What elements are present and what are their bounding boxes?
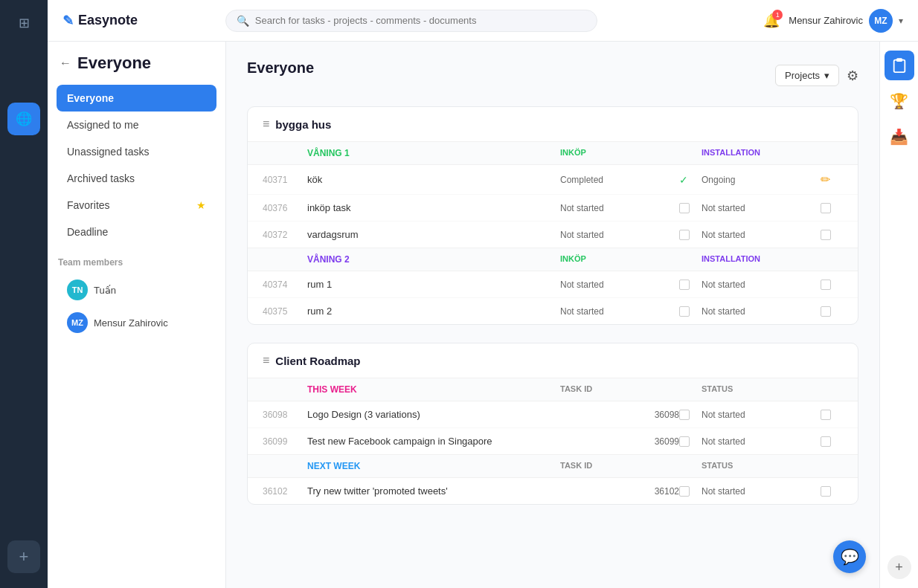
status-checkbox [679, 436, 690, 447]
globe-nav-item[interactable]: 🌐 [7, 103, 40, 135]
vaning2-header: VÅNING 2 Inköp Installation [248, 248, 858, 271]
section-title-row-client-roadmap: ≡ Client Roadmap [248, 343, 858, 378]
search-icon: 🔍 [237, 15, 249, 27]
search-bar[interactable]: 🔍 [225, 10, 597, 32]
vaning1-header: VÅNING 1 Inköp Installation [248, 142, 858, 165]
nav-section: Everyone Assigned to me Unassigned tasks… [48, 82, 225, 248]
task-col1-status: Not started [560, 203, 679, 213]
projects-button[interactable]: Projects ▾ [775, 65, 839, 86]
content-title: Everyone [247, 59, 314, 77]
vaning2-label: VÅNING 2 [307, 254, 560, 265]
task-col2-status: Not started [702, 280, 821, 290]
section-client-roadmap: ≡ Client Roadmap THIS WEEK Task Id Statu… [247, 343, 858, 505]
group-next-week: NEXT WEEK Task Id Status 36102 Try new t… [248, 455, 858, 504]
vaning1-col1-header: Inköp [560, 148, 679, 158]
user-name: Mensur Zahirovic [789, 15, 863, 26]
task-id: 36099 [263, 436, 307, 447]
task-name[interactable]: inköp task [307, 202, 560, 213]
table-row: 40372 vardagsrum Not started Not started [248, 222, 858, 248]
status-checkbox [821, 410, 831, 420]
task-col1-status: Completed [560, 175, 679, 185]
task-col1-status: Not started [560, 230, 679, 240]
topbar: ✎ Easynote 🔍 🔔 1 Mensur Zahirovic MZ ▾ [48, 0, 918, 42]
task-name[interactable]: vardagsrum [307, 229, 560, 240]
avatar: MZ [869, 9, 893, 33]
tasks-header: Everyone [247, 59, 314, 91]
logo: ✎ Easynote [62, 13, 138, 29]
content-header: Everyone Projects ▾ ⚙ [247, 59, 858, 91]
status-checkbox [679, 230, 690, 240]
table-row: 40374 rum 1 Not started Not started [248, 271, 858, 298]
nav-item-favorites[interactable]: Favorites ★ [57, 192, 216, 219]
task-name[interactable]: kök [307, 174, 560, 185]
task-col2-status: Not started [702, 436, 821, 447]
notification-bell[interactable]: 🔔 1 [763, 13, 780, 29]
section-name-client-roadmap: Client Roadmap [275, 355, 360, 367]
table-row: 40376 inköp task Not started Not started [248, 195, 858, 222]
status-checkbox [821, 203, 831, 213]
team-member-mensur[interactable]: MZ Mensur Zahirovic [57, 306, 216, 339]
group-this-week: THIS WEEK Task Id Status 36098 Logo Desi… [248, 378, 858, 454]
right-sidebar-inbox[interactable]: 📥 [885, 122, 914, 152]
main-wrap: ← Everyone Everyone Assigned to me Unass… [48, 42, 879, 588]
clipboard-icon [891, 57, 908, 74]
nav-label-deadline: Deadline [67, 226, 108, 238]
task-id: 36102 [263, 486, 307, 497]
nav-item-unassigned[interactable]: Unassigned tasks [57, 138, 216, 165]
task-col1-status: Not started [560, 280, 679, 290]
avatar-tuan: TN [67, 280, 88, 300]
avatar-mensur: MZ [67, 312, 88, 333]
member-name-mensur: Mensur Zahirovic [94, 317, 168, 329]
content-area: Everyone Projects ▾ ⚙ ≡ bygga hus VÅNING… [226, 42, 879, 588]
nav-item-archived[interactable]: Archived tasks [57, 165, 216, 192]
user-info[interactable]: Mensur Zahirovic MZ ▾ [789, 9, 903, 33]
nav-item-assigned[interactable]: Assigned to me [57, 112, 216, 138]
chat-bubble-button[interactable]: 💬 [833, 540, 866, 573]
task-col1-status: 36102 [560, 486, 679, 497]
vaning2-col2-header: Installation [702, 254, 821, 265]
task-id: 36098 [263, 410, 307, 420]
team-member-tuan[interactable]: TN Tuấn [57, 274, 216, 306]
pencil-icon: ✏ [821, 172, 843, 187]
team-members-section: TN Tuấn MZ Mensur Zahirovic [48, 271, 225, 342]
task-col2-status: Not started [702, 486, 821, 497]
task-name[interactable]: rum 2 [307, 306, 560, 317]
table-row: 40371 kök Completed ✓ Ongoing ✏ [248, 165, 858, 195]
nav-item-everyone[interactable]: Everyone [57, 85, 216, 112]
section-list-icon: ≡ [263, 117, 269, 131]
sidebar-add-button[interactable]: + [7, 540, 40, 573]
table-row: 40375 rum 2 Not started Not started [248, 298, 858, 324]
star-icon: ★ [196, 199, 206, 211]
check-icon: ✓ [679, 174, 702, 186]
page-header: ← Everyone [48, 54, 225, 82]
sidebar-dark: ⊞ 🌐 + [0, 0, 48, 588]
search-input[interactable] [255, 15, 586, 26]
svg-rect-1 [893, 60, 905, 73]
topbar-right: 🔔 1 Mensur Zahirovic MZ ▾ [763, 9, 903, 33]
status-checkbox [821, 280, 831, 290]
right-sidebar-award[interactable]: 🏆 [885, 86, 914, 116]
vaning1-label: VÅNING 1 [307, 148, 560, 158]
task-col2-status: Not started [702, 203, 821, 213]
member-name-tuan: Tuấn [94, 285, 116, 296]
back-button[interactable]: ← [60, 56, 71, 70]
this-week-col1-header: Task Id [560, 384, 679, 395]
nav-item-deadline[interactable]: Deadline [57, 219, 216, 245]
apps-grid-icon[interactable]: ⊞ [13, 9, 36, 37]
table-row: 36098 Logo Design (3 variations) 36098 N… [248, 401, 858, 428]
next-week-col2-header: Status [702, 461, 821, 471]
nav-label-unassigned: Unassigned tasks [67, 146, 150, 158]
task-name[interactable]: Try new twitter 'promoted tweets' [307, 485, 560, 497]
section-title-row-bygga-hus: ≡ bygga hus [248, 107, 858, 142]
settings-gear-icon[interactable]: ⚙ [847, 68, 858, 84]
task-name[interactable]: rum 1 [307, 279, 560, 290]
nav-label-assigned: Assigned to me [67, 119, 139, 131]
vaning1-col2-header: Installation [702, 148, 821, 158]
projects-label: Projects [785, 70, 820, 81]
table-row: 36102 Try new twitter 'promoted tweets' … [248, 478, 858, 504]
group-vaning1: VÅNING 1 Inköp Installation 40371 kök Co… [248, 142, 858, 248]
task-name[interactable]: Logo Design (3 variations) [307, 409, 560, 420]
right-sidebar-clipboard[interactable] [885, 51, 914, 80]
task-name[interactable]: Test new Facebook campaign in Singapore [307, 436, 560, 447]
right-sidebar-add-button[interactable]: + [887, 555, 911, 579]
